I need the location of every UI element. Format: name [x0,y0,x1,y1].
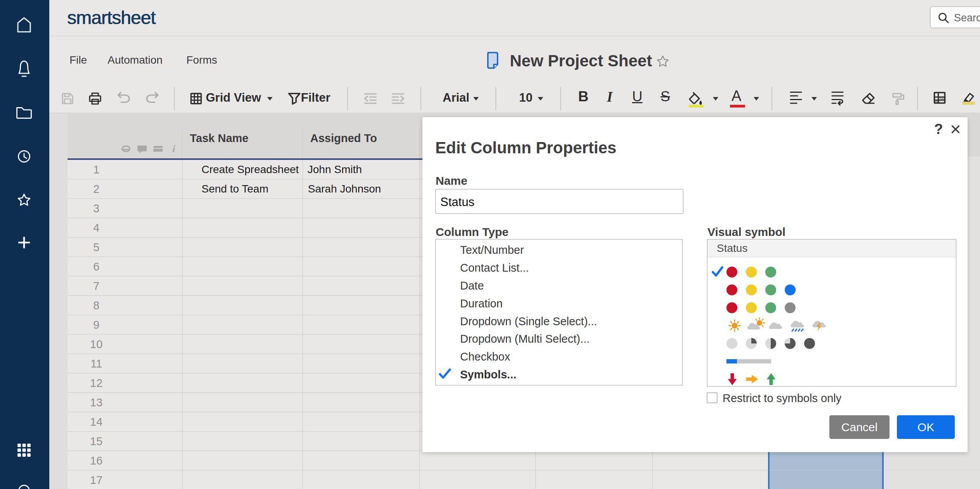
svg-text:i: i [172,143,175,154]
